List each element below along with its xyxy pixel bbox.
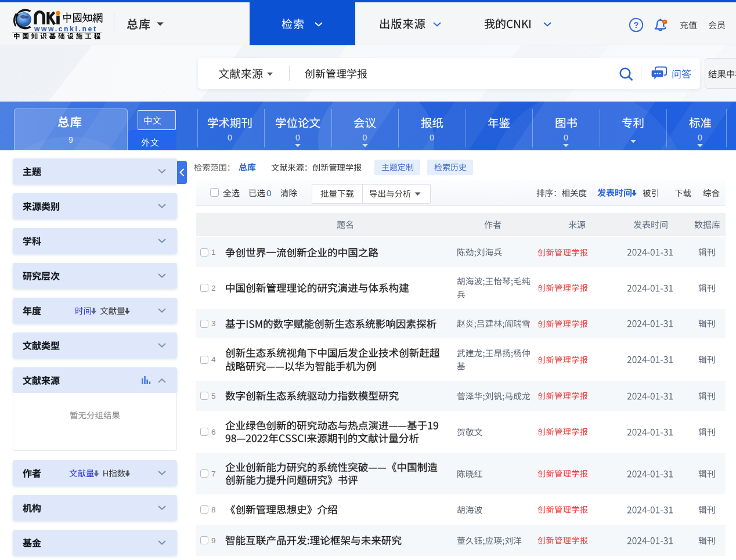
- svg-text:?: ?: [634, 20, 639, 30]
